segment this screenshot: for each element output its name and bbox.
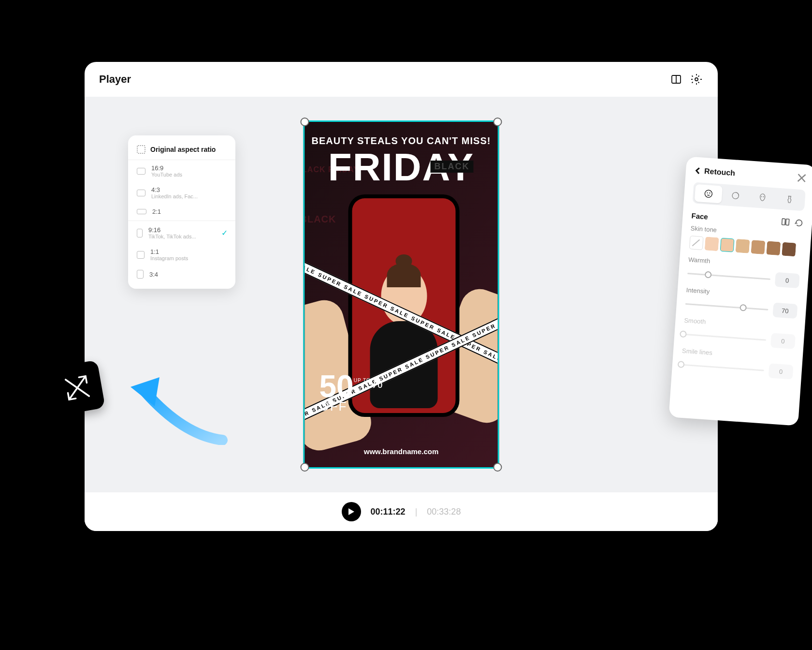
aspect-ratio-label: 2:1 xyxy=(152,208,161,215)
close-icon[interactable] xyxy=(797,173,807,183)
swatch-none[interactable] xyxy=(689,236,704,250)
aspect-sub-label: YouTube ads xyxy=(151,172,182,177)
slider-track[interactable] xyxy=(685,303,768,310)
app-window: Player BLACK FRIDAY BLACK DAY BEAUTY STE… xyxy=(85,62,718,531)
slider-knob[interactable] xyxy=(680,330,687,338)
swatch[interactable] xyxy=(736,239,750,253)
svg-point-7 xyxy=(705,190,712,198)
resize-handle-tl[interactable] xyxy=(301,118,309,126)
video-frame[interactable]: BLACK FRIDAY BLACK DAY BEAUTY STEALS YOU… xyxy=(304,120,499,469)
settings-icon[interactable] xyxy=(690,73,703,86)
slider-track[interactable] xyxy=(687,272,770,280)
aspect-original-option[interactable]: Original aspect ratio xyxy=(128,141,235,160)
swatch[interactable] xyxy=(782,242,796,257)
aspect-shape-icon xyxy=(137,270,144,279)
aspect-shape-icon xyxy=(137,251,145,259)
brand-url: www.brandname.com xyxy=(305,447,498,456)
slider-value: 0 xyxy=(775,272,800,288)
retouch-title: Retouch xyxy=(704,167,735,177)
aspect-sub-label: LinkedIn ads, Fac... xyxy=(151,193,198,199)
play-button[interactable] xyxy=(342,502,361,521)
svg-point-2 xyxy=(695,78,698,81)
app-title: Player xyxy=(99,73,131,86)
aspect-ratio-label: 3:4 xyxy=(149,271,158,278)
aspect-item-2-1[interactable]: 2:1 xyxy=(128,204,235,220)
original-aspect-icon xyxy=(137,145,145,154)
aspect-sub-label: TikTok, TikTok ads... xyxy=(148,234,196,239)
resize-handle-br[interactable] xyxy=(493,463,502,472)
slider-value: 0 xyxy=(770,333,796,349)
slider-smile-lines: Smile lines 0 xyxy=(681,347,794,380)
playback-bar: 00:11:22 | 00:33:28 xyxy=(85,492,718,531)
retouch-tab-body[interactable] xyxy=(775,190,803,209)
retouch-header: Retouch xyxy=(694,166,807,183)
check-icon: ✓ xyxy=(221,228,228,237)
aspect-item-3-4[interactable]: 3:4 xyxy=(128,266,235,283)
aspect-ratio-label: 16:9 xyxy=(151,164,182,172)
svg-rect-13 xyxy=(782,219,785,225)
retouch-tab-reshape[interactable] xyxy=(722,186,750,206)
share-arrow-icon xyxy=(126,368,242,445)
slider-warmth: Warmth 0 xyxy=(687,256,800,288)
aspect-original-label: Original aspect ratio xyxy=(150,146,216,153)
aspect-item-9-16[interactable]: 9:16 TikTok, TikTok ads... ✓ xyxy=(128,222,235,244)
aspect-sub-label: Instagram posts xyxy=(150,255,188,261)
retouch-back-button[interactable]: Retouch xyxy=(695,166,736,178)
swatch[interactable] xyxy=(751,240,765,254)
divider xyxy=(128,221,235,221)
black-overlay-tag: BLACK xyxy=(431,161,474,173)
aspect-shape-icon xyxy=(137,209,146,214)
svg-rect-4 xyxy=(137,146,145,153)
aspect-ratio-menu: Original aspect ratio 16:9 YouTube ads 4… xyxy=(128,135,235,289)
section-row: Face xyxy=(691,211,804,227)
reset-icon[interactable] xyxy=(795,218,804,227)
retouch-tab-face[interactable] xyxy=(695,184,723,204)
time-total: 00:33:28 xyxy=(427,507,461,517)
resize-handle-bl[interactable] xyxy=(301,463,309,472)
retouch-tab-makeup[interactable] xyxy=(748,188,776,207)
offer-block: 50UP TO% OFF xyxy=(319,373,383,414)
aspect-ratio-label: 4:3 xyxy=(151,186,198,193)
retouch-panel: Retouch Face Skin tone xyxy=(668,156,812,426)
swatch-selected[interactable] xyxy=(720,238,735,252)
svg-rect-14 xyxy=(786,219,789,225)
aspect-shape-icon xyxy=(137,229,143,237)
app-header: Player xyxy=(85,62,718,97)
aspect-item-1-1[interactable]: 1:1 Instagram posts xyxy=(128,244,235,266)
section-actions xyxy=(781,217,804,227)
slider-track[interactable] xyxy=(683,333,766,340)
slider-knob[interactable] xyxy=(705,271,712,279)
aspect-shape-icon xyxy=(137,190,145,196)
slider-value: 0 xyxy=(768,363,794,379)
offer-percent: % xyxy=(371,376,383,391)
compare-icon[interactable] xyxy=(781,217,790,226)
offer-upto: UP TO xyxy=(354,378,371,383)
header-actions xyxy=(669,73,703,86)
svg-point-9 xyxy=(710,193,710,193)
swatch[interactable] xyxy=(705,236,719,251)
svg-marker-3 xyxy=(348,508,354,515)
slider-knob[interactable] xyxy=(740,304,747,311)
resize-handle-tr[interactable] xyxy=(493,118,502,126)
slider-smooth: Smooth 0 xyxy=(682,317,796,349)
slider-knob[interactable] xyxy=(678,361,685,368)
section-title: Face xyxy=(691,211,708,221)
svg-point-8 xyxy=(707,192,708,193)
video-content: BLACK FRIDAY BLACK DAY BEAUTY STEALS YOU… xyxy=(305,122,498,467)
retouch-tabs xyxy=(692,182,806,211)
slider-intensity: Intensity 70 xyxy=(685,286,798,319)
time-current: 00:11:22 xyxy=(371,507,406,517)
aspect-ratio-label: 1:1 xyxy=(150,248,188,255)
slider-value: 70 xyxy=(772,303,798,319)
split-view-icon[interactable] xyxy=(669,73,683,86)
swatch[interactable] xyxy=(766,241,781,255)
time-separator: | xyxy=(415,507,418,517)
aspect-item-4-3[interactable]: 4:3 LinkedIn ads, Fac... xyxy=(128,182,235,204)
svg-marker-15 xyxy=(130,377,160,406)
svg-point-11 xyxy=(761,196,762,197)
slider-track[interactable] xyxy=(681,364,764,371)
aspect-item-16-9[interactable]: 16:9 YouTube ads xyxy=(128,160,235,182)
bg-text: BLACK xyxy=(305,214,336,225)
aspect-shape-icon xyxy=(137,168,145,175)
swatch-row xyxy=(689,236,802,257)
